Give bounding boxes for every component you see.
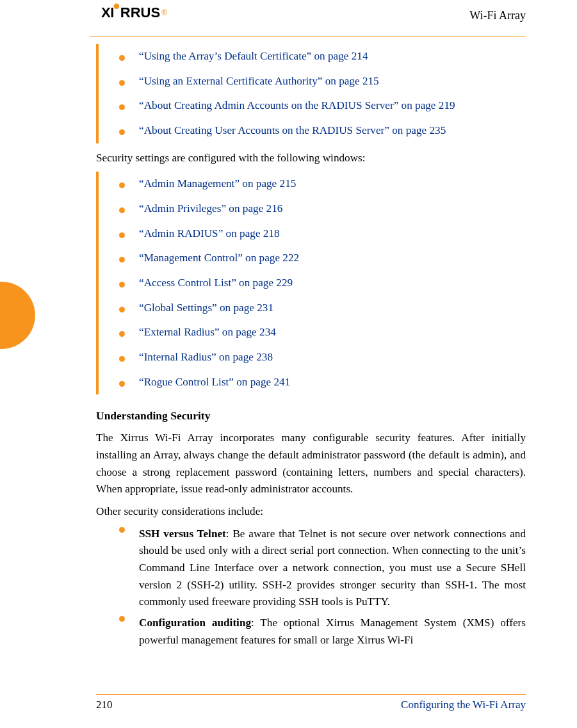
list-item: “Management Control” on page 222 — [119, 246, 526, 271]
intro-paragraph: Security settings are configured with th… — [96, 150, 526, 167]
topic-link[interactable]: “Admin Privileges” on page 216 — [139, 200, 282, 218]
bullet-icon — [119, 307, 125, 312]
list-item: “About Creating Admin Accounts on the RA… — [119, 93, 526, 118]
topic-link[interactable]: “Internal Radius” on page 238 — [139, 349, 273, 366]
topic-link[interactable]: “About Creating User Accounts on the RAD… — [139, 122, 446, 140]
list-item: “Internal Radius” on page 238 — [119, 345, 526, 370]
topic-link[interactable]: “Access Control List” on page 229 — [139, 275, 293, 292]
list-item: “Admin RADIUS” on page 218 — [119, 222, 526, 247]
topic-link[interactable]: “Admin RADIUS” on page 218 — [139, 225, 280, 243]
topic-link[interactable]: “Admin Management” on page 215 — [139, 175, 296, 193]
list-item: SSH versus Telnet: Be aware that Telnet … — [119, 526, 526, 611]
logo-text-part3: RRUS — [120, 4, 160, 21]
logo-text-part1: X — [101, 4, 110, 21]
bullet-icon — [119, 331, 125, 337]
footer-section-title: Configuring the Wi-Fi Array — [401, 699, 526, 711]
list-item: “Using the Array’s Default Certificate” … — [119, 44, 526, 69]
brand-logo: XI•RRUS® — [101, 4, 167, 21]
logo-registered-icon: ® — [161, 8, 167, 17]
bullet-icon — [119, 104, 125, 110]
bullet-icon — [119, 257, 125, 263]
topic-link[interactable]: “Rogue Control List” on page 241 — [139, 374, 290, 391]
list-item: “Global Settings” on page 231 — [119, 296, 526, 321]
topic-link-list-a: “Using the Array’s Default Certificate” … — [96, 44, 526, 143]
bullet-icon — [119, 527, 125, 533]
bullet-icon — [119, 381, 125, 387]
list-item: “Access Control List” on page 229 — [119, 271, 526, 296]
bullet-icon — [119, 616, 125, 622]
bullet-icon — [119, 129, 125, 135]
bullet-icon — [119, 182, 125, 188]
list-item-text: SSH versus Telnet: Be aware that Telnet … — [139, 526, 526, 611]
list-item: “Admin Management” on page 215 — [119, 172, 526, 197]
bullet-icon — [119, 282, 125, 287]
page-content: “Using the Array’s Default Certificate” … — [96, 44, 526, 649]
bullet-icon — [119, 356, 125, 362]
header-doc-title: Wi-Fi Array — [469, 9, 526, 22]
list-item-term: SSH versus Telnet — [139, 528, 226, 540]
side-tab-decoration — [0, 282, 35, 349]
page-number: 210 — [96, 699, 113, 711]
topic-link[interactable]: “Management Control” on page 222 — [139, 250, 299, 267]
body-paragraph: Other security considerations include: — [96, 503, 526, 521]
bullet-icon — [119, 207, 125, 213]
page-header: XI•RRUS® Wi-Fi Array — [90, 0, 526, 36]
bullet-icon — [119, 55, 125, 61]
considerations-list: SSH versus Telnet: Be aware that Telnet … — [96, 526, 526, 649]
topic-link[interactable]: “Global Settings” on page 231 — [139, 300, 273, 317]
topic-link-list-b: “Admin Management” on page 215 “Admin Pr… — [96, 172, 526, 394]
list-item: “Admin Privileges” on page 216 — [119, 197, 526, 222]
bullet-icon — [119, 80, 125, 86]
document-page: XI•RRUS® Wi-Fi Array “Using the Array’s … — [0, 0, 577, 728]
section-heading: Understanding Security — [96, 407, 526, 425]
topic-link[interactable]: “Using the Array’s Default Certificate” … — [139, 48, 368, 65]
list-item-text: Configuration auditing: The optional Xir… — [139, 615, 526, 649]
topic-link[interactable]: “About Creating Admin Accounts on the RA… — [139, 97, 455, 115]
list-item: “Rogue Control List” on page 241 — [119, 370, 526, 395]
topic-link[interactable]: “Using an External Certificate Authority… — [139, 73, 379, 90]
topic-link[interactable]: “External Radius” on page 234 — [139, 324, 276, 341]
list-item: “Using an External Certificate Authority… — [119, 69, 526, 94]
list-item: Configuration auditing: The optional Xir… — [119, 615, 526, 649]
bullet-icon — [119, 232, 125, 238]
page-footer: 210 Configuring the Wi-Fi Array — [96, 694, 526, 711]
body-paragraph: The Xirrus Wi-Fi Array incorporates many… — [96, 430, 526, 498]
list-item-term: Configuration auditing — [139, 617, 251, 629]
list-item: “External Radius” on page 234 — [119, 320, 526, 345]
list-item: “About Creating User Accounts on the RAD… — [119, 118, 526, 143]
